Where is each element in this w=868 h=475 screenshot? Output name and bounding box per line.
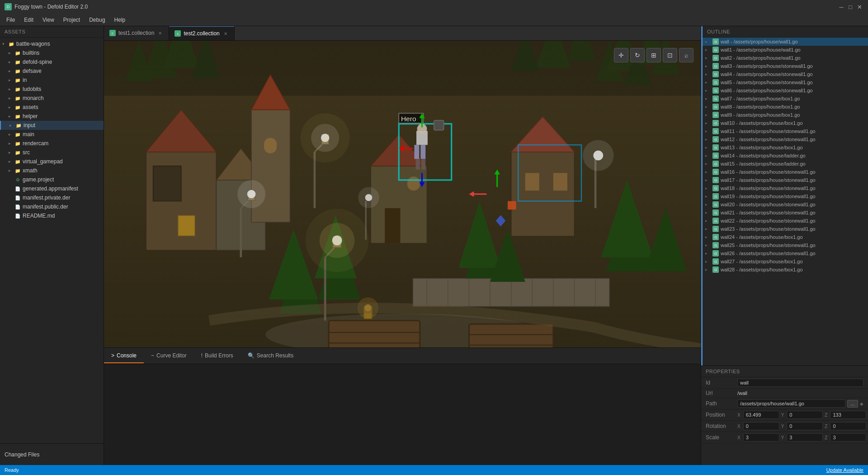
tree-item-in[interactable]: ▸ 📁 in (0, 76, 104, 85)
menu-edit[interactable]: Edit (19, 15, 38, 25)
tree-item-builtins[interactable]: ▸ 📁 builtins (0, 48, 104, 57)
tree-item-input[interactable]: ▸ 📁 input (0, 121, 104, 130)
outline-item-wall7[interactable]: ▸ G wall7 - /assets/props/house/box1.go (703, 95, 868, 103)
outline-icon: G (712, 95, 719, 102)
menu-file[interactable]: File (2, 15, 19, 25)
outline-item-wall21[interactable]: ▸ G wall21 - /assets/props/house/stonewa… (703, 209, 868, 217)
outline-item-wall18[interactable]: ▸ G wall18 - /assets/props/house/stonewa… (703, 184, 868, 192)
prop-pos-y[interactable] (787, 411, 823, 419)
tree-item-battle-wagons[interactable]: ▾ 📁 battle-wagons (0, 39, 104, 48)
prop-rot-x[interactable] (743, 422, 779, 430)
tree-item-monarch[interactable]: ▸ 📁 monarch (0, 94, 104, 103)
tree-item-game-project[interactable]: ⚙ game.project (0, 175, 104, 184)
outline-item-wall12[interactable]: ▸ G wall12 - /assets/props/house/stonewa… (703, 135, 868, 143)
bottom-tab-console[interactable]: > Console (104, 349, 144, 363)
close-button[interactable]: ✕ (855, 3, 863, 11)
outline-item-wall20[interactable]: ▸ G wall20 - /assets/props/house/stonewa… (703, 200, 868, 209)
update-available-link[interactable]: Update Available (826, 467, 863, 473)
outline-item-wall1[interactable]: ▸ G wall1 - /assets/props/house/wall1.go (703, 46, 868, 54)
rotate-tool-button[interactable]: ↻ (630, 48, 645, 62)
prop-id-field[interactable] (737, 379, 863, 387)
outline-item-wall[interactable]: ▸ G wall - /assets/props/house/wall1.go (703, 38, 868, 46)
prop-rot-y[interactable] (787, 422, 823, 430)
tree-item-assets[interactable]: ▸ 📁 assets (0, 103, 104, 112)
outline-item-wall13[interactable]: ▸ G wall13 - /assets/props/house/box1.go (703, 143, 868, 152)
outline-item-wall22[interactable]: ▸ G wall22 - /assets/props/house/stonewa… (703, 217, 868, 225)
tree-item-defold-spine[interactable]: ▸ 📁 defold-spine (0, 57, 104, 66)
assets-tree[interactable]: ▾ 📁 battle-wagons ▸ 📁 builtins ▸ 📁 defol… (0, 38, 104, 443)
prop-pos-z[interactable] (830, 411, 866, 419)
outline-item-wall11[interactable]: ▸ G wall11 - /assets/props/house/stonewa… (703, 127, 868, 135)
outline-item-wall5[interactable]: ▸ G wall5 - /assets/props/house/stonewal… (703, 78, 868, 86)
outline-item-wall16[interactable]: ▸ G wall16 - /assets/props/house/stonewa… (703, 168, 868, 176)
outline-item-wall14[interactable]: ▸ G wall14 - /assets/props/house/ladder.… (703, 152, 868, 160)
outline-item-wall17[interactable]: ▸ G wall17 - /assets/props/house/stonewa… (703, 176, 868, 184)
outline-item-wall4[interactable]: ▸ G wall4 - /assets/props/house/stonewal… (703, 70, 868, 78)
prop-row-path: Path … ◈ (701, 398, 868, 409)
properties-header: Properties (701, 366, 868, 377)
outline-item-wall15[interactable]: ▸ G wall15 - /assets/props/house/ladder.… (703, 160, 868, 168)
tab-close-test2[interactable]: ✕ (222, 30, 229, 37)
prop-input-scale: X Y Z (737, 433, 866, 442)
tree-item-defsave[interactable]: ▸ 📁 defsave (0, 66, 104, 76)
prop-rot-z[interactable] (830, 422, 866, 430)
maximize-button[interactable]: □ (846, 3, 854, 11)
tree-item-main[interactable]: ▸ 📁 main (0, 130, 104, 139)
menu-bar: File Edit View Project Debug Help (0, 14, 868, 26)
prop-path-field[interactable] (737, 399, 845, 408)
world-space-button[interactable]: ⊡ (663, 48, 677, 62)
tree-item-src[interactable]: ▸ 📁 src (0, 148, 104, 157)
tree-item-rendercam[interactable]: ▸ 📁 rendercam (0, 139, 104, 148)
menu-view[interactable]: View (38, 15, 59, 25)
bottom-tab-build-errors[interactable]: ! Build Errors (194, 349, 241, 363)
outline-item-wall28[interactable]: ▸ G wall28 - /assets/props/house/box1.go (703, 266, 868, 274)
tree-arrow: ▸ (6, 104, 13, 110)
outline-item-wall25[interactable]: ▸ G wall25 - /assets/props/house/stonewa… (703, 241, 868, 249)
outline-list[interactable]: ▸ G wall - /assets/props/house/wall1.go … (703, 38, 868, 366)
move-tool-button[interactable]: ✛ (614, 48, 628, 62)
outline-item-wall27[interactable]: ▸ G wall27 - /assets/props/house/box1.go (703, 257, 868, 266)
tree-item-xmath[interactable]: ▸ 📁 xmath (0, 166, 104, 175)
outline-label: wall12 - /assets/props/house/stonewall1.… (721, 137, 816, 142)
tree-item-ludobits[interactable]: ▸ 📁 ludobits (0, 85, 104, 94)
outline-item-wall23[interactable]: ▸ G wall23 - /assets/props/house/stonewa… (703, 225, 868, 233)
outline-item-wall10[interactable]: ▸ G wall10 - /assets/props/house/box1.go (703, 119, 868, 127)
outline-item-wall2[interactable]: ▸ G wall2 - /assets/props/house/wall1.go (703, 54, 868, 62)
outline-item-wall6[interactable]: ▸ G wall6 - /assets/props/house/stonewal… (703, 86, 868, 95)
tab-close-test1[interactable]: ✕ (157, 30, 163, 36)
zoom-button[interactable]: ⌕ (679, 48, 693, 62)
prop-row-rotation: Rotation X Y Z (701, 421, 868, 432)
outline-item-wall19[interactable]: ▸ G wall19 - /assets/props/house/stonewa… (703, 192, 868, 200)
tree-item-helper[interactable]: ▸ 📁 helper (0, 112, 104, 121)
prop-pos-x[interactable] (743, 411, 779, 419)
tree-item-virtual_gamepad[interactable]: ▸ 📁 virtual_gamepad (0, 157, 104, 166)
bottom-tab-search-results[interactable]: 🔍 Search Results (241, 349, 301, 363)
editor-tab-test1[interactable]: c test1.collection ✕ (104, 26, 169, 40)
bottom-tab-curve-editor[interactable]: ~ Curve Editor (144, 349, 194, 363)
tree-item-manifest-public[interactable]: 📄 manifest.public.der (0, 202, 104, 211)
minimize-button[interactable]: ─ (837, 3, 845, 11)
outline-item-wall9[interactable]: ▸ G wall9 - /assets/props/house/box1.go (703, 111, 868, 119)
prop-scale-z[interactable] (830, 433, 866, 442)
prop-scale-y[interactable] (787, 433, 823, 442)
menu-help[interactable]: Help (110, 15, 130, 25)
prop-scale-x[interactable] (743, 433, 779, 442)
tree-arrow: ▸ (6, 158, 13, 165)
prop-input-position: X Y Z (737, 411, 866, 419)
outline-item-wall8[interactable]: ▸ G wall8 - /assets/props/house/box1.go (703, 103, 868, 111)
tree-arrow: ▸ (6, 131, 13, 138)
viewport[interactable]: Hero (104, 41, 701, 347)
editor-tab-test2[interactable]: c test2.collection ✕ (169, 26, 234, 40)
menu-debug[interactable]: Debug (85, 15, 109, 25)
outline-item-wall3[interactable]: ▸ G wall3 - /assets/props/house/stonewal… (703, 62, 868, 70)
tree-item-manifest-private[interactable]: 📄 manifest.private.der (0, 193, 104, 202)
tree-item-readme[interactable]: 📄 README.md (0, 211, 104, 220)
scale-tool-button[interactable]: ⊞ (646, 48, 661, 62)
menu-project[interactable]: Project (59, 15, 85, 25)
tree-item-generated-appmanifest[interactable]: 📄 generated.appmanifest (0, 184, 104, 193)
prop-path-browse-button[interactable]: … (847, 400, 858, 408)
outline-item-wall24[interactable]: ▸ G wall24 - /assets/props/house/box1.go (703, 233, 868, 241)
prop-path-pin[interactable]: ◈ (860, 401, 863, 406)
prop-row-scale: Scale X Y Z (701, 432, 868, 443)
outline-item-wall26[interactable]: ▸ G wall26 - /assets/props/house/stonewa… (703, 249, 868, 257)
